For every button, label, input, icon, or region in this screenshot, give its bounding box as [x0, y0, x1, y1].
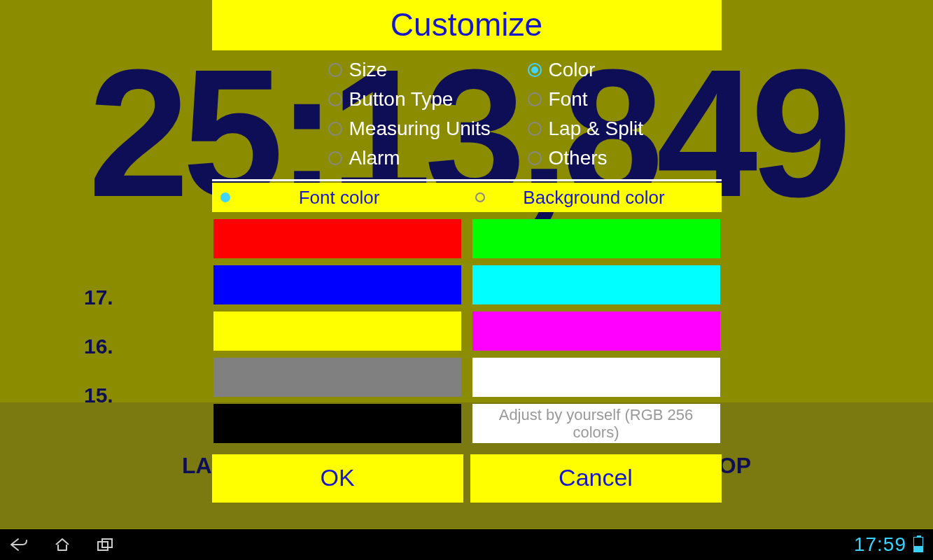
radio-label: Alarm [349, 147, 400, 169]
swatch-green[interactable] [472, 219, 720, 258]
radio-icon [328, 63, 342, 77]
color-swatch-grid: Adjust by yourself (RGB 256 colors) [212, 212, 722, 449]
swatch-red[interactable] [213, 219, 461, 258]
category-color[interactable]: Color [528, 59, 722, 81]
swatch-magenta[interactable] [472, 312, 720, 351]
battery-icon [913, 537, 923, 552]
tab-background-color[interactable]: Background color [467, 187, 722, 209]
swatch-black[interactable] [213, 404, 461, 443]
category-measuring-units[interactable]: Measuring Units [328, 118, 522, 140]
category-others[interactable]: Others [528, 147, 722, 169]
swatch-white[interactable] [472, 358, 720, 397]
lap-number: 17. [84, 286, 140, 309]
radio-icon [528, 92, 542, 106]
dialog-title: Customize [212, 0, 722, 50]
radio-label: Font [549, 88, 588, 111]
tab-label: Background color [523, 187, 664, 209]
category-button-type[interactable]: Button Type [328, 88, 522, 111]
radio-icon [528, 63, 542, 77]
swatch-custom-rgb[interactable]: Adjust by yourself (RGB 256 colors) [472, 404, 720, 443]
category-font[interactable]: Font [528, 88, 722, 111]
swatch-blue[interactable] [213, 265, 461, 304]
radio-icon [528, 122, 542, 136]
lap-number: 16. [84, 335, 140, 358]
status-clock: 17:59 [854, 533, 906, 556]
dialog-button-row: OK Cancel [212, 454, 722, 503]
radio-icon [328, 151, 342, 165]
divider [212, 179, 722, 181]
home-icon[interactable] [53, 538, 71, 552]
radio-icon [528, 151, 542, 165]
back-icon[interactable] [10, 538, 28, 552]
category-radio-group: Size Color Button Type Font Measuring Un… [212, 50, 722, 179]
radio-label: Button Type [349, 88, 454, 111]
swatch-cyan[interactable] [472, 265, 720, 304]
swatch-gray[interactable] [213, 358, 461, 397]
category-lap-split[interactable]: Lap & Split [528, 118, 722, 140]
category-size[interactable]: Size [328, 59, 522, 81]
color-tab-row: Font color Background color [212, 183, 722, 212]
swatch-yellow[interactable] [213, 312, 461, 351]
customize-dialog: Customize Size Color Button Type Font Me… [212, 0, 722, 503]
tab-font-color[interactable]: Font color [212, 187, 467, 209]
radio-label: Color [549, 59, 596, 81]
radio-icon [220, 192, 230, 202]
radio-label: Measuring Units [349, 118, 491, 140]
tab-label: Font color [299, 187, 380, 209]
radio-icon [328, 122, 342, 136]
recents-icon[interactable] [97, 538, 115, 552]
radio-label: Size [349, 59, 387, 81]
ok-button[interactable]: OK [212, 454, 463, 503]
radio-label: Others [549, 147, 608, 169]
radio-label: Lap & Split [549, 118, 643, 140]
category-alarm[interactable]: Alarm [328, 147, 522, 169]
android-navbar: 17:59 [0, 529, 933, 560]
cancel-button[interactable]: Cancel [470, 454, 722, 503]
radio-icon [475, 192, 485, 202]
radio-icon [328, 92, 342, 106]
